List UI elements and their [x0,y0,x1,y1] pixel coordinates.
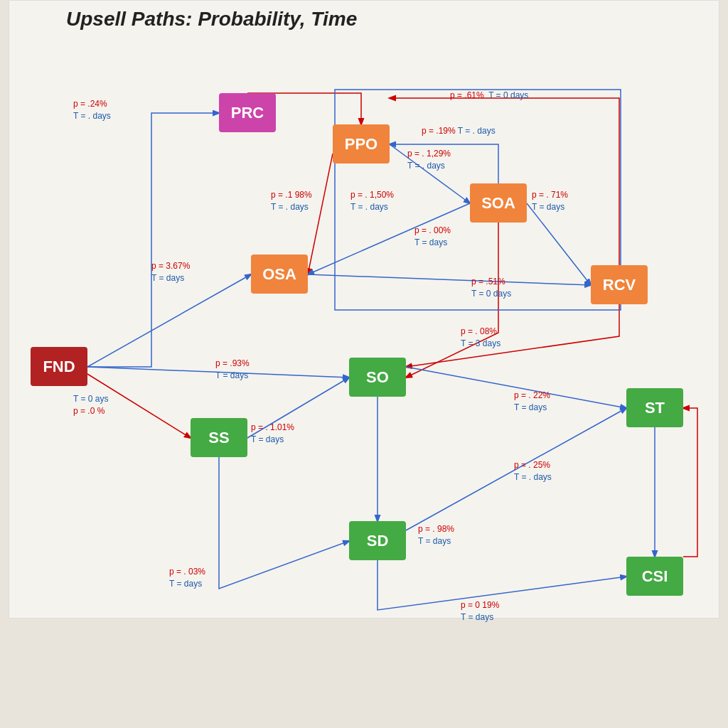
label-sd-csi: p = 0 19% T = days [461,599,499,623]
node-osa: OSA [251,255,308,294]
label-fnd-so: p = .93% T = days [215,358,250,382]
node-st: ST [626,388,683,427]
node-soa: SOA [470,183,527,223]
label-sd-st: p = . 98% T = days [418,523,454,547]
node-prc: PRC [219,93,276,132]
label-fnd-osa: p = 3.67% T = days [151,260,190,284]
node-rcv: RCV [591,265,648,304]
page-container: Upsell Paths: Probability, Time [9,0,719,619]
page-title: Upsell Paths: Probability, Time [9,1,719,34]
label-ss-sd: p = . 03% T = days [169,566,205,590]
label-fnd-prc: p = .24% T = . days [73,98,111,122]
label-rcv-so: p = . 08% T = 3 days [461,326,500,350]
node-ppo: PPO [333,124,390,164]
label-fnd-ss: T = 0 ays p = .0 % [73,393,108,417]
label-osa-rcv: p = .51% T = 0 days [471,276,511,300]
label-soa-ppo: p = . 00% T = days [414,225,451,249]
node-sd: SD [349,521,406,560]
label-ppo-osa: p = .1 98% T = . days [271,189,312,213]
node-so: SO [349,358,406,397]
node-csi: CSI [626,557,683,596]
label-soa-so: p = . 1,50% T = . days [350,189,394,213]
diagram-area: FND PRC PPO SOA OSA RCV SO SS SD ST CSI … [9,34,719,617]
label-soa-rcv: p = . 71% T = days [532,189,568,213]
label-so-sd: p = . 25% T = . days [514,459,552,483]
label-prc-ppo: p = .61% T = 0 days [450,90,528,102]
label-so-st: p = . 22% T = days [514,390,550,414]
label-ss-so: p = . 1.01% T = days [251,422,294,446]
label-ppo-soa: p = .19% T = . days [422,125,496,137]
node-ss: SS [191,418,247,457]
node-fnd: FND [31,347,87,386]
label-soa-osa: p = . 1,29% T = . days [407,148,451,172]
